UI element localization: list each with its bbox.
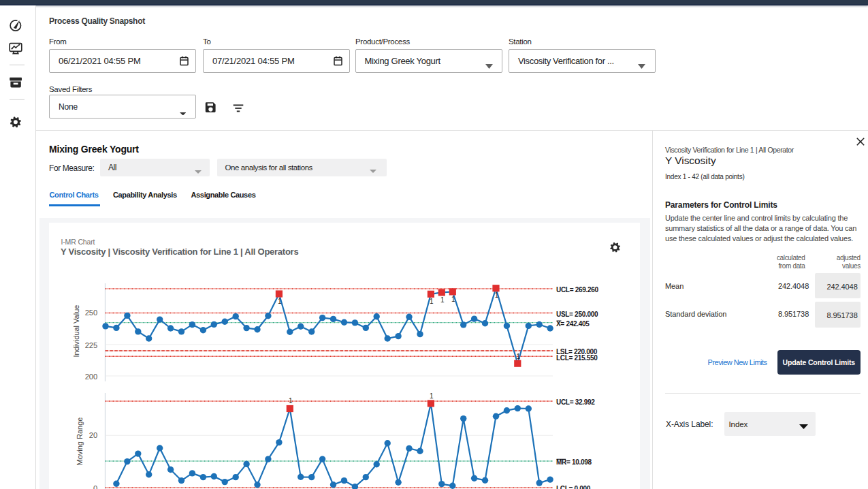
svg-text:1: 1 [289,397,293,405]
svg-text:225: 225 [85,341,98,349]
svg-text:1: 1 [517,353,521,360]
svg-text:1: 1 [451,296,455,303]
svg-text:1: 1 [495,291,499,299]
svg-text:1: 1 [278,298,282,305]
svg-text:1: 1 [430,392,434,400]
svg-text:LCL= 215.550: LCL= 215.550 [556,354,598,362]
svg-text:1: 1 [430,298,434,305]
svg-text:USL= 250.000: USL= 250.000 [556,311,598,318]
svg-text:0: 0 [93,484,97,489]
svg-text:200: 200 [85,373,98,381]
svg-text:UCL= 269.260: UCL= 269.260 [556,286,598,294]
svg-text:Moving Range: Moving Range [76,417,84,466]
svg-text:Individual Value: Individual Value [72,305,80,358]
svg-text:20: 20 [89,431,97,439]
svg-text:LCL= 0.000: LCL= 0.000 [556,485,591,489]
svg-text:1: 1 [440,296,445,304]
svg-text:250: 250 [85,309,98,317]
svg-text:UCL= 32.992: UCL= 32.992 [556,398,595,406]
